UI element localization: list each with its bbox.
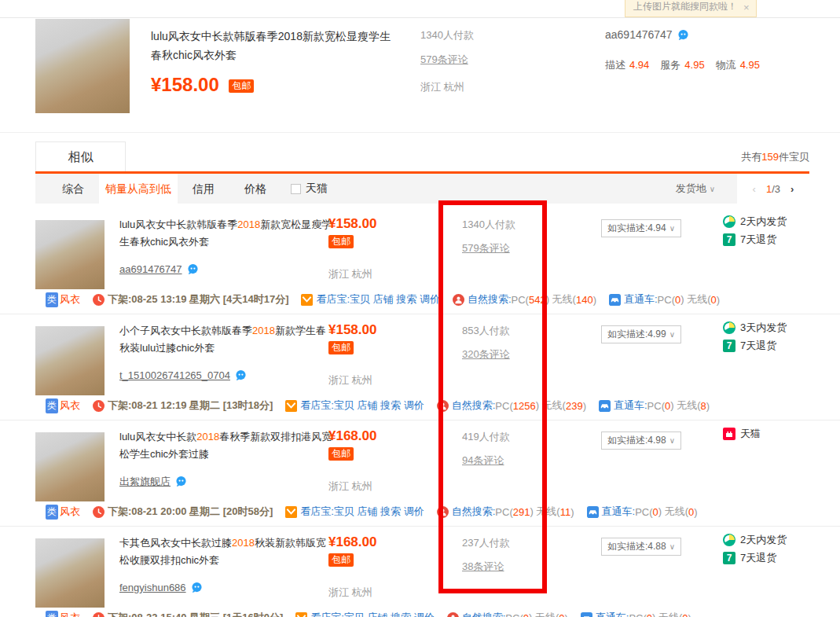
wangwang-icon[interactable] (235, 369, 247, 381)
upload-image-tooltip: 上传图片就能搜同款啦！ × (625, 0, 757, 17)
ztc-pc-prefix: PC( (635, 506, 652, 518)
product-title[interactable]: lulu风衣女中长款韩版春季2018新款宽松显瘦学生春秋chic风衣外套 (119, 216, 333, 251)
ztc-wireless-value: 0 (688, 506, 694, 518)
rating-select[interactable]: 如实描述:4.94∨ (601, 219, 681, 237)
comments-link[interactable]: 38条评论 (462, 560, 504, 574)
zhitongche-label[interactable]: 直通车: (596, 611, 629, 617)
comments-link[interactable]: 579条评论 (462, 241, 510, 255)
total-suffix: 件宝贝 (779, 151, 809, 163)
service-label: 7天退货 (740, 233, 776, 247)
tmall-badge: 天猫 (723, 427, 761, 441)
product-thumbnail[interactable] (35, 432, 105, 501)
ztc-pc-prefix: PC( (629, 612, 646, 617)
category-link[interactable]: 风衣 (60, 292, 80, 307)
filter-comprehensive[interactable]: 综合 (47, 174, 99, 204)
chevron-down-icon: ∨ (669, 542, 675, 551)
payments-count: 237人付款 (462, 536, 510, 550)
wangwang-icon[interactable] (175, 476, 187, 487)
title-text: 小个子风衣女中长款韩版春季 (119, 325, 252, 336)
service-label: 2天内发货 (740, 215, 787, 229)
page-title: lulu风衣女中长款韩版春季2018新款宽松显瘦学生春秋chic风衣外套 (151, 27, 396, 64)
seller-link[interactable]: fengyishun686 (119, 582, 186, 593)
wangwang-icon[interactable] (677, 29, 689, 41)
offshelf-time: 下架:08-22 15:40 星期三 [1天16时0分] (108, 611, 283, 617)
natural-pc-prefix: PC( (512, 294, 529, 306)
category-type-badge: 类 (46, 611, 58, 617)
product-thumbnail[interactable] (35, 326, 105, 395)
seller-name[interactable]: aa691476747 (605, 28, 673, 41)
rating-select[interactable]: 如实描述:4.99∨ (601, 325, 681, 343)
natural-search-label[interactable]: 自然搜索: (452, 505, 496, 519)
wangwang-icon[interactable] (187, 263, 199, 275)
offshelf-time: 下架:08-21 12:19 星期二 [13时18分] (108, 398, 273, 413)
rating-service-label: 服务 (660, 59, 680, 71)
pagination: ‹ 1/3 › (737, 174, 809, 204)
service-label: 7天退货 (740, 339, 776, 353)
product-thumbnail[interactable] (35, 19, 130, 113)
natural-search-icon (437, 506, 449, 518)
comments-link[interactable]: 94条评论 (462, 454, 504, 468)
next-page-button[interactable]: › (790, 183, 794, 195)
rating-select-value: 如实描述:4.98 (607, 434, 666, 447)
natural-pc-value: 291 (513, 506, 530, 518)
kandianbao-links[interactable]: 看店宝:宝贝 店铺 搜索 调价 (310, 611, 434, 617)
rating-select[interactable]: 如实描述:4.98∨ (601, 432, 681, 450)
product-title[interactable]: lulu风衣女中长款2018春秋季新款双排扣港风宽松学生chic外套过膝 (119, 428, 333, 463)
zhitongche-label[interactable]: 直通车: (614, 398, 647, 413)
rating-select-value: 如实描述:4.99 (607, 328, 666, 341)
kandianbao-links[interactable]: 看店宝:宝贝 店铺 搜索 调价 (300, 505, 424, 519)
rating-logistics-label: 物流 (716, 59, 736, 71)
payments-count: 853人付款 (462, 324, 510, 338)
payments-count: 419人付款 (462, 430, 510, 444)
seller-link[interactable]: aa691476747 (119, 263, 182, 275)
product-thumbnail[interactable] (35, 538, 105, 608)
total-count: 共有159件宝贝 (741, 150, 809, 164)
product-thumbnail[interactable] (35, 220, 105, 289)
checkbox-icon[interactable] (291, 184, 301, 194)
zhitongche-icon (609, 294, 621, 306)
prev-page-button[interactable]: ‹ (753, 183, 756, 195)
tmall-checkbox[interactable]: 天猫 (291, 182, 328, 196)
natural-pc-prefix: PC( (505, 612, 523, 617)
category-link[interactable]: 风衣 (60, 398, 80, 413)
wangwang-icon[interactable] (191, 582, 203, 593)
close-icon[interactable]: × (743, 2, 750, 13)
comments-link[interactable]: 320条评论 (462, 347, 510, 362)
top-divider (0, 17, 840, 18)
filter-credit[interactable]: 信用 (178, 174, 229, 204)
filter-price[interactable]: 价格 (229, 174, 281, 204)
category-link[interactable]: 风衣 (60, 505, 80, 519)
ship-from-dropdown[interactable]: 发货地∨ (676, 182, 715, 196)
natural-end: ) (583, 400, 586, 412)
product-title[interactable]: 卡其色风衣女中长款过膝2018秋装新款韩版宽松收腰双排扣chic外套 (119, 534, 333, 569)
natural-wireless-value: 239 (566, 400, 583, 412)
product-title[interactable]: 小个子风衣女中长款韩版春季2018新款学生春秋装lulu过膝chic外套 (119, 322, 333, 357)
natural-pc-prefix: PC( (495, 506, 512, 518)
zhitongche-label[interactable]: 直通车: (624, 292, 658, 307)
rating-desc-label: 描述 (605, 59, 625, 71)
rating-select[interactable]: 如实描述:4.88∨ (601, 538, 681, 556)
filter-sales-desc[interactable]: 销量从高到低 (99, 174, 178, 204)
seller-link[interactable]: t_1510026741265_0704 (119, 369, 230, 381)
category-type-badge: 类 (46, 292, 58, 307)
product-row: lulu风衣女中长款2018春秋季新款双排扣港风宽松学生chic外套过膝 出絮旗… (0, 421, 840, 527)
title-highlight: 2018 (232, 537, 255, 549)
shipping-time-icon (723, 215, 735, 228)
kandianbao-links[interactable]: 看店宝:宝贝 店铺 搜索 调价 (316, 292, 439, 307)
service-label: 7天退货 (740, 551, 776, 565)
natural-search-label[interactable]: 自然搜索: (468, 292, 512, 307)
location: 浙江 杭州 (328, 373, 446, 387)
category-link[interactable]: 风衣 (60, 611, 80, 617)
tab-similar[interactable]: 相似 (35, 141, 126, 172)
natural-search-label[interactable]: 自然搜索: (452, 398, 496, 413)
zhitongche-label[interactable]: 直通车: (602, 505, 636, 519)
free-shipping-badge: 包邮 (328, 553, 354, 567)
comments-link[interactable]: 579条评论 (420, 53, 468, 67)
free-shipping-badge: 包邮 (229, 79, 254, 93)
natural-search-label[interactable]: 自然搜索: (462, 611, 506, 617)
kandianbao-icon (295, 612, 307, 617)
seller-link[interactable]: 出絮旗舰店 (119, 476, 171, 487)
rating-service-value: 4.95 (684, 59, 704, 71)
title-highlight: 2018 (237, 219, 260, 230)
kandianbao-links[interactable]: 看店宝:宝贝 店铺 搜索 调价 (300, 398, 424, 413)
